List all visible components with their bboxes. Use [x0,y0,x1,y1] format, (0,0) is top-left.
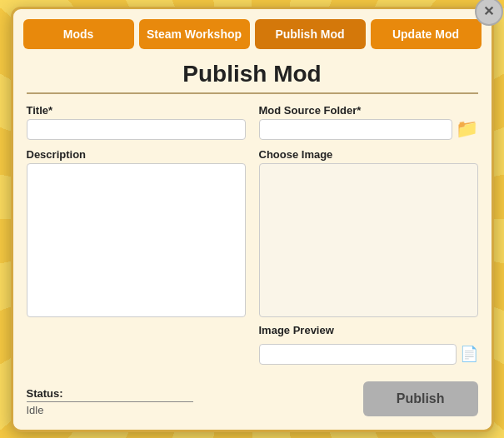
mod-source-label: Mod Source Folder* [259,104,478,117]
status-area: Status: Idle [27,387,363,416]
title-input[interactable] [27,119,246,140]
main-window: ✕ Mods Steam Workshop Publish Mod Update… [11,7,494,432]
close-icon: ✕ [483,3,494,19]
tab-steam-workshop[interactable]: Steam Workshop [139,19,250,49]
description-col: Description [27,148,246,317]
choose-image-label: Choose Image [259,148,478,161]
image-col: Choose Image Image Preview 📄 [259,148,478,365]
folder-icon[interactable]: 📁 [456,120,478,138]
status-bar: Status: Idle Publish [13,373,492,416]
tab-publish-mod[interactable]: Publish Mod [255,19,366,49]
image-preview-label: Image Preview [259,324,478,336]
description-textarea[interactable] [27,163,246,317]
status-value: Idle [27,404,363,416]
mod-source-row: 📁 [259,119,478,140]
mod-source-input[interactable] [259,119,452,140]
page-title: Publish Mod [27,49,478,94]
form-area: Title* Mod Source Folder* 📁 Description … [13,104,492,365]
image-path-row: 📄 [259,344,478,365]
title-col: Title* [27,104,246,140]
image-path-input[interactable] [259,344,457,365]
mod-source-col: Mod Source Folder* 📁 [259,104,478,140]
publish-button[interactable]: Publish [363,381,478,416]
file-icon[interactable]: 📄 [460,345,478,363]
description-label: Description [27,148,246,161]
title-label: Title* [27,104,246,117]
tab-update-mod[interactable]: Update Mod [371,19,482,49]
tab-bar: Mods Steam Workshop Publish Mod Update M… [13,9,492,49]
tab-mods[interactable]: Mods [23,19,134,49]
status-label: Status: [27,387,193,402]
choose-image-box[interactable] [259,163,478,317]
close-button[interactable]: ✕ [475,0,503,26]
